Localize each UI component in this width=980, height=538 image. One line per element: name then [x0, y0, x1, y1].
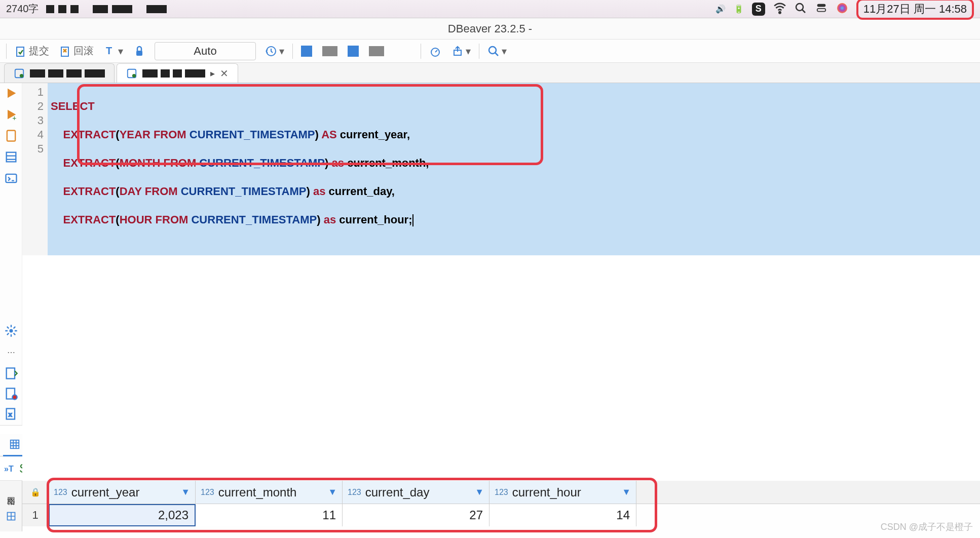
svg-rect-8	[136, 51, 142, 56]
save-error-icon[interactable]	[4, 387, 18, 401]
dashboard-button[interactable]	[425, 43, 445, 59]
editor-tab-1[interactable]	[4, 63, 115, 83]
clock[interactable]: 11月27日 周一 14:58	[856, 0, 974, 20]
search-button[interactable]: ▾	[483, 43, 511, 59]
editor-tabs: ▸ ✕	[0, 63, 980, 83]
col-head-current-hour[interactable]: 123 current_hour ▼	[489, 481, 636, 504]
settings-icon[interactable]	[4, 324, 18, 338]
main-area: + ⋯ x 1 2 3 4 5 SELECT EXTRACT(YEAR FROM…	[0, 83, 980, 425]
results-grid-wrap: 格图 🔒 123 current_year ▼ 123 current_mont…	[0, 481, 980, 531]
row-number[interactable]: 1	[22, 504, 49, 526]
battery-icon[interactable]: 🔋	[734, 4, 744, 14]
svg-rect-27	[11, 440, 19, 449]
col-head-current-month[interactable]: 123 current_month ▼	[196, 481, 343, 504]
layout-btn-2[interactable]	[318, 44, 342, 58]
results-side-strip[interactable]: 格图	[0, 481, 22, 531]
layout-btn-3[interactable]	[344, 44, 363, 59]
svg-rect-3	[817, 8, 825, 11]
svg-text:»T: »T	[4, 465, 14, 473]
svg-rect-5	[17, 47, 24, 56]
commit-button[interactable]: 提交	[11, 42, 53, 60]
sort-icon[interactable]: ▼	[475, 487, 484, 497]
code-area[interactable]: SELECT EXTRACT(YEAR FROM CURRENT_TIMESTA…	[48, 83, 980, 255]
commit-label: 提交	[29, 44, 49, 58]
sort-icon[interactable]: ▼	[181, 487, 190, 497]
svg-text:+: +	[12, 114, 16, 122]
svg-rect-18	[7, 131, 15, 141]
editor-left-toolbar: + ⋯ x	[0, 83, 22, 425]
svg-point-1	[796, 4, 803, 11]
siri-icon[interactable]	[836, 2, 848, 16]
svg-rect-20	[6, 174, 16, 182]
redacted-tab-2-label	[142, 69, 205, 78]
watermark: CSDN @成子不是橙子	[881, 521, 973, 533]
layout-btn-1[interactable]	[297, 44, 316, 59]
rollback-button[interactable]: 回滚	[55, 42, 98, 60]
col-head-current-year[interactable]: 123 current_year ▼	[49, 481, 196, 504]
window-title: DBeaver 23.2.5 -	[448, 22, 532, 35]
svg-point-14	[20, 73, 23, 77]
sql-editor[interactable]: 1 2 3 4 5 SELECT EXTRACT(YEAR FROM CURRE…	[22, 83, 980, 425]
macos-menubar: 2740字 🔊 🔋 S 11月27日 周一 14:58	[0, 0, 980, 18]
control-center-icon[interactable]	[815, 3, 828, 15]
line-numbers: 1 2 3 4 5	[22, 83, 48, 255]
redacted-tab-1-label	[30, 69, 105, 78]
svg-point-16	[132, 73, 136, 77]
results-grid: 🔒 123 current_year ▼ 123 current_month ▼…	[22, 481, 980, 531]
grid-view-icon[interactable]	[6, 511, 16, 521]
terminal-icon[interactable]	[4, 171, 18, 185]
svg-point-0	[779, 12, 780, 13]
volume-icon[interactable]: 🔊	[715, 4, 726, 14]
run-icon[interactable]	[4, 86, 18, 100]
svg-point-24	[12, 395, 17, 399]
col-head-current-day[interactable]: 123 current_day ▼	[343, 481, 489, 504]
sort-icon[interactable]: ▼	[622, 487, 631, 497]
table-row[interactable]: 1 2,023 11 27 14	[22, 504, 980, 526]
export-button[interactable]: ▾	[447, 43, 475, 59]
lock-icon: 🔒	[30, 487, 41, 497]
lock-button[interactable]	[129, 43, 149, 59]
run-add-icon[interactable]: +	[4, 107, 18, 122]
isolation-combo[interactable]: Auto	[155, 42, 256, 60]
filter-sql-icon[interactable]: »T	[3, 463, 15, 475]
redacted-menu-items	[46, 5, 167, 13]
svg-point-4	[837, 3, 847, 13]
svg-rect-2	[817, 4, 825, 7]
svg-rect-22	[6, 368, 14, 379]
svg-point-12	[489, 47, 496, 54]
export-icon[interactable]: x	[4, 407, 18, 421]
svg-text:x: x	[9, 411, 12, 417]
spotlight-icon[interactable]	[795, 2, 807, 16]
history-button[interactable]: ▾	[261, 43, 288, 59]
svg-text:T: T	[106, 45, 112, 56]
rollback-label: 回滚	[73, 44, 94, 58]
wordcount-label: 2740字	[6, 2, 39, 16]
cell-current-day[interactable]: 27	[343, 504, 489, 526]
close-tab-icon[interactable]: ✕	[220, 67, 229, 80]
row-number-header[interactable]: 🔒	[22, 481, 49, 504]
plan-icon[interactable]	[4, 150, 18, 164]
cell-current-hour[interactable]: 14	[489, 504, 636, 526]
more-icon[interactable]: ⋯	[4, 345, 18, 359]
main-toolbar: 提交 回滚 T▾ Auto ▾ ▾ ▾	[0, 40, 980, 63]
sort-icon[interactable]: ▼	[328, 487, 337, 497]
cell-current-month[interactable]: 11	[196, 504, 343, 526]
isolation-value: Auto	[194, 45, 216, 58]
layout-btn-4[interactable]	[365, 44, 388, 58]
svg-rect-19	[6, 152, 16, 162]
editor-tab-2-active[interactable]: ▸ ✕	[117, 63, 238, 83]
svg-point-21	[9, 329, 13, 333]
cell-current-year[interactable]: 2,023	[49, 504, 196, 526]
window-titlebar: DBeaver 23.2.5 -	[0, 18, 980, 40]
script-icon[interactable]	[4, 129, 18, 143]
save-icon[interactable]	[4, 366, 18, 380]
wifi-icon[interactable]	[773, 2, 786, 17]
transaction-mode-button[interactable]: T▾	[100, 43, 127, 59]
sogou-ime-icon[interactable]: S	[752, 3, 765, 16]
svg-rect-6	[61, 47, 68, 56]
